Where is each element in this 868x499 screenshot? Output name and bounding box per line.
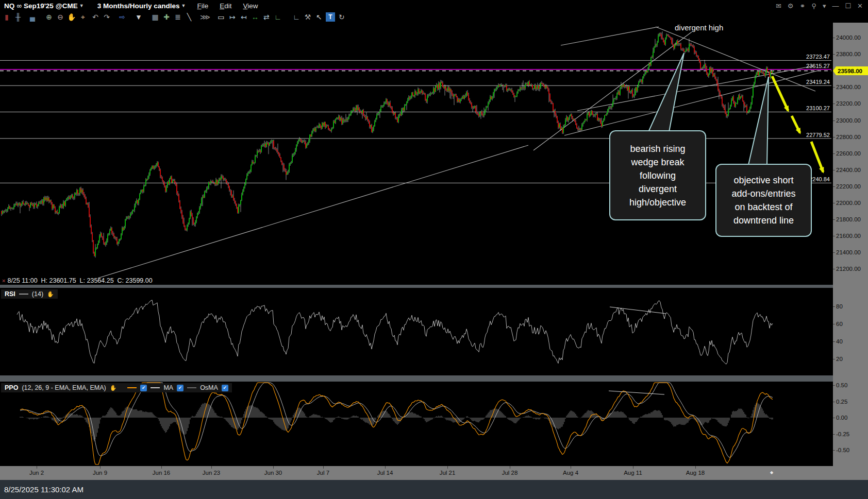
price-axis-label: 21800.00 bbox=[836, 216, 861, 222]
price-axis-label: 24000.00 bbox=[836, 35, 861, 41]
bar-spacing-left-icon[interactable]: ↤ bbox=[239, 12, 248, 22]
time-axis-tick bbox=[447, 466, 448, 469]
bar-status-line: ×8/25 11:00 H: 23601.75 L: 23564.25 C: 2… bbox=[2, 277, 153, 284]
time-axis-label: Aug 18 bbox=[686, 470, 705, 476]
symbol-caret-icon[interactable]: ▼ bbox=[79, 3, 84, 8]
price-axis-tick bbox=[833, 137, 835, 137]
ppo-panel[interactable]: PPO (12, 26, 9 - EMA, EMA, EMA) ✋ ✔MA✔Os… bbox=[0, 382, 833, 466]
current-price-tag: 23598.00 bbox=[833, 66, 868, 75]
histogram-icon[interactable]: ▄ bbox=[28, 12, 37, 22]
forward-icon[interactable]: ⇨ bbox=[118, 12, 127, 22]
ppo-axis-label: 0.50 bbox=[836, 382, 847, 388]
price-axis-label: 23400.00 bbox=[836, 84, 861, 90]
time-axis-tick bbox=[323, 466, 324, 469]
ppo-axis-tick bbox=[833, 402, 835, 402]
scale-tool-icon[interactable]: ∟ bbox=[273, 12, 282, 22]
trendline-icon[interactable]: ╲ bbox=[185, 12, 194, 22]
price-axis[interactable]: 24000.0023800.0023400.0023200.0023000.00… bbox=[833, 23, 868, 466]
wrench-icon[interactable]: ⚒ bbox=[303, 12, 312, 22]
dropdown-caret-icon[interactable]: ▼ bbox=[134, 12, 143, 22]
time-axis-label: Jul 14 bbox=[377, 470, 393, 476]
region-icon[interactable]: ▭ bbox=[216, 12, 226, 22]
zoom-in-icon[interactable]: ⊕ bbox=[44, 12, 54, 22]
ppo-line-swatch bbox=[127, 387, 137, 388]
visibility-checkbox[interactable]: ✔ bbox=[177, 385, 183, 391]
rsi-axis-tick bbox=[833, 341, 835, 342]
rsi-line-swatch bbox=[19, 294, 28, 295]
rsi-params: (14) bbox=[32, 290, 43, 298]
settings-gear-icon[interactable]: ⚙ bbox=[788, 2, 794, 10]
menu-edit[interactable]: Edit bbox=[220, 2, 231, 10]
divergent-high-annotation[interactable]: divergent high bbox=[675, 23, 723, 32]
time-axis[interactable]: ◆ Jun 2Jun 9Jun 16Jun 23Jun 30Jul 7Jul 1… bbox=[0, 466, 868, 480]
callout-bearish-wedge[interactable]: bearish risingwedge breakfollowingdiverg… bbox=[609, 130, 706, 220]
menu-view[interactable]: View bbox=[243, 2, 258, 10]
price-axis-label: 22600.00 bbox=[836, 150, 861, 157]
refresh-icon[interactable]: ↻ bbox=[337, 12, 346, 22]
time-axis-tick bbox=[571, 466, 571, 469]
close-status-icon[interactable]: × bbox=[2, 278, 5, 284]
clock-datetime: 8/25/2025 11:30:02 AM bbox=[4, 485, 84, 494]
ppo-canvas[interactable] bbox=[0, 382, 833, 466]
contract-label[interactable]: Sep19'25 @CME bbox=[24, 2, 78, 10]
visibility-checkbox[interactable]: ✔ bbox=[222, 385, 228, 391]
price-axis-tick bbox=[833, 153, 835, 154]
close-icon[interactable]: ✕ bbox=[857, 2, 863, 10]
expand-horizontal-icon[interactable]: ↔ bbox=[251, 12, 260, 22]
pin-icon[interactable]: ⚲ bbox=[811, 2, 816, 10]
symbol-label[interactable]: NQ bbox=[4, 2, 14, 10]
callout-objective-short[interactable]: objective shortadd-ons/entrieson backtes… bbox=[715, 164, 812, 237]
panel-separator[interactable] bbox=[0, 375, 868, 382]
timeframe-selector[interactable]: 3 Months/Hourly candles bbox=[97, 2, 180, 10]
rsi-panel[interactable]: RSI (14) ✋ bbox=[0, 288, 833, 375]
drag-hand-icon[interactable]: ✋ bbox=[110, 385, 117, 391]
main-price-chart[interactable]: 23723.4723615.2723419.2423100.2722779.52… bbox=[0, 23, 833, 285]
text-tool-icon[interactable]: T bbox=[326, 12, 335, 22]
price-axis-tick bbox=[833, 236, 835, 236]
chat-icon[interactable]: ✉ bbox=[776, 2, 781, 10]
scale-tool-2-icon[interactable]: ∟ bbox=[292, 12, 301, 22]
ppo-axis-label: 0.25 bbox=[836, 399, 847, 405]
zoom-out-icon[interactable]: ⊖ bbox=[56, 12, 65, 22]
bar-spacing-right-icon[interactable]: ↦ bbox=[228, 12, 237, 22]
pin-caret-icon[interactable]: ▾ bbox=[823, 2, 826, 10]
continuous-contract-icon: ∞ bbox=[16, 2, 22, 10]
rsi-canvas[interactable] bbox=[0, 288, 833, 375]
study-list-icon[interactable]: ≣ bbox=[173, 12, 182, 22]
ppo-axis-tick bbox=[833, 450, 835, 451]
divergence-top-line bbox=[561, 27, 659, 45]
drag-hand-icon[interactable]: ✋ bbox=[47, 291, 54, 298]
price-axis-tick bbox=[833, 186, 835, 187]
visibility-checkbox[interactable]: ✔ bbox=[140, 385, 147, 391]
main-chart-canvas[interactable] bbox=[0, 23, 833, 285]
multiline-icon[interactable]: ⋙ bbox=[200, 12, 210, 22]
timeframe-caret-icon[interactable]: ▼ bbox=[181, 3, 186, 8]
current-bar-marker-icon: ◆ bbox=[770, 470, 773, 475]
ppo-axis-label: 0.00 bbox=[836, 415, 847, 421]
ppo-axis-tick bbox=[833, 418, 835, 418]
chart-partial-icon[interactable]: ▮ bbox=[2, 12, 11, 22]
chart-settings-icon[interactable]: ▦ bbox=[151, 12, 160, 22]
ppo-header[interactable]: PPO (12, 26, 9 - EMA, EMA, EMA) ✋ ✔MA✔Os… bbox=[1, 383, 232, 392]
maximize-icon[interactable]: ☐ bbox=[845, 2, 851, 10]
candlestick-chart-icon[interactable]: ╫ bbox=[13, 12, 23, 22]
price-axis-label: 22000.00 bbox=[836, 200, 861, 206]
price-axis-tick bbox=[833, 170, 835, 170]
link-icon[interactable]: ⚭ bbox=[799, 2, 805, 10]
add-study-icon[interactable]: ✚ bbox=[162, 12, 171, 22]
ppo-axis-label: -0.50 bbox=[836, 447, 849, 453]
pan-hand-icon[interactable]: ✋ bbox=[67, 12, 76, 22]
rsi-header[interactable]: RSI (14) ✋ bbox=[1, 289, 58, 299]
menu-file[interactable]: File bbox=[197, 2, 208, 10]
rsi-axis-label: 80 bbox=[836, 303, 843, 309]
titlebar-icons: ✉⚙⚭⚲▾—☐✕ bbox=[776, 2, 863, 10]
crosshair-icon[interactable]: ⌖ bbox=[78, 12, 88, 22]
compress-horizontal-icon[interactable]: ⇄ bbox=[262, 12, 271, 22]
pointer-icon[interactable]: ↖ bbox=[314, 12, 324, 22]
status-bar: 8/25/2025 11:30:02 AM bbox=[0, 480, 868, 499]
redo-icon[interactable]: ↷ bbox=[102, 12, 111, 22]
price-axis-label: 23200.00 bbox=[836, 100, 861, 107]
undo-icon[interactable]: ↶ bbox=[91, 12, 100, 22]
minimize-icon[interactable]: — bbox=[832, 2, 839, 10]
time-axis-label: Jul 21 bbox=[440, 470, 456, 476]
